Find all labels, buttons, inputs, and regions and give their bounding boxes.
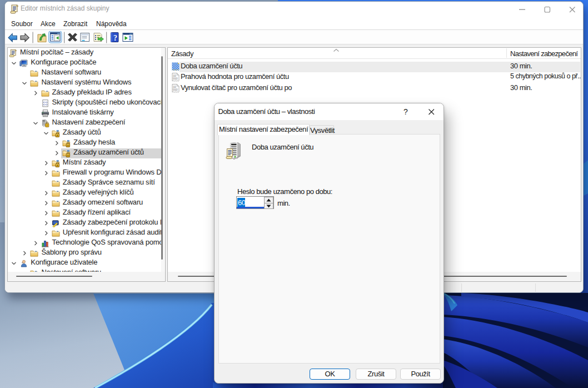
svg-text:?: ? — [113, 34, 117, 42]
